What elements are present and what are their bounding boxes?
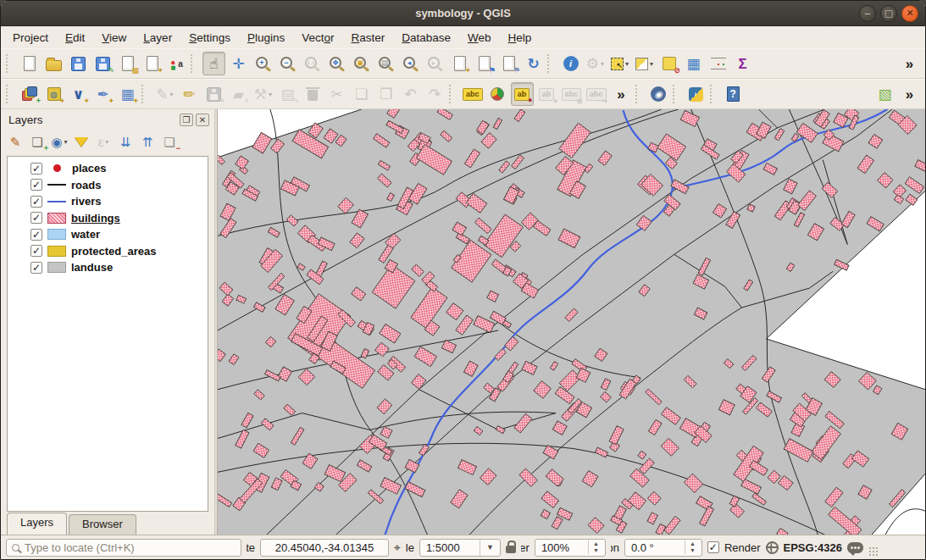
layer-row-protected_areas[interactable]: ✓protected_areas <box>8 243 208 260</box>
messages-icon[interactable] <box>847 542 863 553</box>
show-spatial-bookmarks-icon[interactable]: ⚑ <box>473 52 496 75</box>
mouse-position-toggle-icon[interactable]: ⌖ <box>394 541 401 555</box>
toolbar-grip[interactable] <box>6 54 13 73</box>
layer-checkbox-places[interactable]: ✓ <box>30 163 42 175</box>
select-features-by-value-icon-dropdown[interactable]: ▾ <box>650 60 653 68</box>
save-project-icon[interactable] <box>67 52 90 75</box>
zoom-to-layer-icon[interactable]: ▤ <box>374 52 397 75</box>
magnifier-spinner-icons[interactable]: ▲▼ <box>588 541 599 553</box>
layer-diagram-options-icon[interactable] <box>486 82 509 106</box>
layer-name-water[interactable]: water <box>71 228 100 241</box>
zoom-in-icon[interactable]: + <box>252 52 274 75</box>
zoom-full-icon[interactable]: ❖ <box>325 52 348 75</box>
menu-database[interactable]: Database <box>393 29 459 47</box>
rotation-spinbox[interactable]: 0.0 ° ▲▼ <box>624 539 702 557</box>
osm-place-search-icon[interactable]: ◉ <box>647 82 670 106</box>
open-project-icon[interactable] <box>42 52 65 75</box>
dock-tab-browser[interactable]: Browser <box>69 514 136 535</box>
open-attribute-table-icon[interactable]: ▦ <box>682 52 705 75</box>
identify-features-icon[interactable]: i <box>559 52 582 75</box>
new-spatialite-layer-icon[interactable]: ✒✦ <box>91 82 114 106</box>
add-group-icon[interactable]: ❏+ <box>27 132 47 152</box>
menu-edit[interactable]: Edit <box>57 29 93 47</box>
label-toolbar-extension-icon[interactable]: » <box>610 82 633 106</box>
menu-help[interactable]: Help <box>500 29 541 47</box>
highlight-pinned-labels-icon[interactable]: ab● <box>511 82 534 106</box>
edit-osm-map-icon[interactable]: ▧ <box>873 82 896 106</box>
select-features-icon[interactable]: ↖▾ <box>608 52 631 75</box>
coordinate-field[interactable]: 20.45040,-34.01345 <box>260 539 389 557</box>
data-source-manager-icon[interactable]: + <box>18 82 41 106</box>
toolbar-extension-icon[interactable]: » <box>898 52 921 75</box>
scale-combobox[interactable]: 1:5000 ▼ <box>419 539 501 557</box>
collapse-all-icon[interactable]: ⇈ <box>137 132 158 152</box>
map-canvas[interactable] <box>218 109 925 535</box>
layer-checkbox-water[interactable]: ✓ <box>30 229 42 241</box>
new-temporary-scratch-layer-icon[interactable]: ▦✦ <box>116 82 139 106</box>
pan-to-selection-icon[interactable]: ✛ <box>227 52 250 75</box>
show-layout-manager-icon[interactable]: ✦ <box>141 52 164 75</box>
zoom-last-icon[interactable]: ◂ <box>399 52 422 75</box>
new-shapefile-layer-icon[interactable]: ∨✦ <box>67 82 90 106</box>
deselect-features-icon[interactable]: ⊘ <box>657 52 680 75</box>
zoom-to-selection-icon[interactable]: ▣ <box>350 52 373 75</box>
resize-grip[interactable] <box>868 546 879 557</box>
layer-row-roads[interactable]: ✓roads <box>8 177 208 194</box>
layer-checkbox-roads[interactable]: ✓ <box>30 179 42 191</box>
layer-row-water[interactable]: ✓water <box>8 226 208 243</box>
locator-search-input[interactable]: Type to locate (Ctrl+K) <box>6 539 241 557</box>
layer-name-landuse[interactable]: landuse <box>71 261 113 274</box>
filter-by-expression-icon-dropdown[interactable]: ▾ <box>105 138 108 146</box>
new-print-layout-icon[interactable]: ▦ <box>116 52 139 75</box>
menu-web[interactable]: Web <box>459 29 500 47</box>
maximize-button[interactable]: ▢ <box>880 5 897 22</box>
refresh-map-icon[interactable]: ↻ <box>522 52 545 75</box>
plugins-toolbar-extension-icon[interactable]: » <box>898 82 921 106</box>
select-features-icon-dropdown[interactable]: ▾ <box>625 60 629 68</box>
scale-dropdown-icon[interactable]: ▼ <box>480 540 494 556</box>
menu-layer[interactable]: Layer <box>135 29 180 47</box>
statistical-summary-icon[interactable] <box>707 52 729 75</box>
manage-map-themes-icon-dropdown[interactable]: ▾ <box>64 138 68 146</box>
layer-row-places[interactable]: ✓places <box>8 160 208 177</box>
layer-checkbox-rivers[interactable]: ✓ <box>30 196 42 208</box>
layer-name-roads[interactable]: roads <box>71 179 101 191</box>
new-spatial-bookmark-icon[interactable]: ✦ <box>448 52 471 75</box>
close-button[interactable]: ✕ <box>901 5 918 22</box>
layer-checkbox-protected_areas[interactable]: ✓ <box>30 245 42 257</box>
zoom-out-icon[interactable]: − <box>276 52 299 75</box>
layer-labeling-options-icon[interactable]: abc <box>461 82 485 106</box>
manage-map-themes-icon[interactable]: ◉▾ <box>49 132 69 152</box>
run-feature-action-icon-dropdown[interactable]: ▾ <box>601 60 604 68</box>
close-panel-icon[interactable]: ✕ <box>196 114 209 126</box>
menu-view[interactable]: View <box>93 29 135 47</box>
filter-legend-icon[interactable] <box>71 132 91 152</box>
dock-tab-layers[interactable]: Layers <box>7 513 67 535</box>
menu-settings[interactable]: Settings <box>180 29 239 47</box>
crs-globe-icon[interactable] <box>766 541 779 554</box>
float-panel-icon[interactable]: ❐ <box>180 114 193 126</box>
menu-vector[interactable]: Vector <box>293 29 342 47</box>
crs-value[interactable]: EPSG:4326 <box>784 541 842 554</box>
layer-name-rivers[interactable]: rivers <box>71 195 101 208</box>
pan-map-icon[interactable]: ☝ <box>202 52 225 75</box>
python-console-icon[interactable]: › <box>685 82 707 106</box>
style-manager-icon[interactable]: ●■a <box>165 52 188 75</box>
layer-row-rivers[interactable]: ✓rivers <box>8 193 208 210</box>
help-contents-icon[interactable]: ? <box>722 82 745 106</box>
layer-checkbox-buildings[interactable]: ✓ <box>30 212 42 224</box>
toolbar-grip[interactable] <box>6 85 13 103</box>
layer-row-landuse[interactable]: ✓landuse <box>8 259 208 276</box>
lock-scale-icon[interactable] <box>506 546 516 553</box>
menu-plugins[interactable]: Plugins <box>239 29 293 47</box>
rotation-spinner-icons[interactable]: ▲▼ <box>685 541 696 553</box>
menu-raster[interactable]: Raster <box>343 29 394 47</box>
menu-project[interactable]: Project <box>4 29 57 47</box>
save-project-as-icon[interactable]: ✎ <box>91 52 114 75</box>
magnifier-spinbox[interactable]: 100% ▲▼ <box>535 539 606 557</box>
render-checkbox[interactable]: ✓ <box>707 541 719 553</box>
minimize-button[interactable]: – <box>859 5 876 22</box>
new-geopackage-layer-icon[interactable]: ◍✦ <box>42 82 65 106</box>
show-statistics-icon[interactable]: Σ <box>731 52 754 75</box>
expand-all-icon[interactable]: ⇊ <box>115 132 136 152</box>
